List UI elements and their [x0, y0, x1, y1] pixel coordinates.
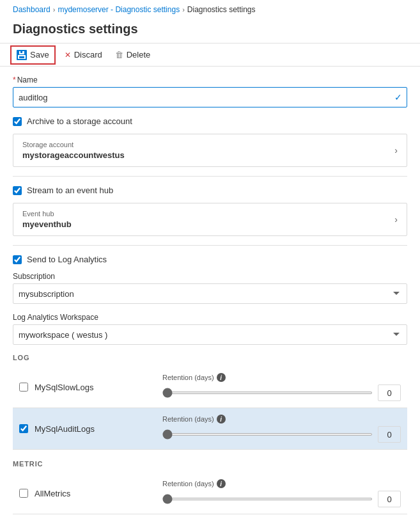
- slowlogs-checkbox[interactable]: [19, 383, 28, 392]
- trash-icon: 🗑: [115, 50, 123, 59]
- auditlogs-value-box: 0: [378, 426, 401, 443]
- breadcrumb-mydemo[interactable]: mydemoserver - Diagnostic settings: [58, 5, 180, 14]
- subscription-label: Subscription: [13, 272, 407, 281]
- discard-label: Discard: [74, 50, 102, 59]
- stream-checkbox[interactable]: [13, 186, 22, 195]
- delete-button[interactable]: 🗑 Delete: [114, 47, 152, 62]
- breadcrumb-dashboard[interactable]: Dashboard: [13, 5, 51, 14]
- slowlogs-info-icon[interactable]: i: [217, 373, 226, 382]
- slowlogs-retention-label-row: Retention (days) i: [162, 373, 401, 382]
- name-field-wrapper: ✓: [13, 87, 407, 107]
- required-star: *: [13, 75, 16, 84]
- divider-1: [13, 176, 407, 177]
- slowlogs-slider-row: 0: [162, 384, 401, 401]
- save-button[interactable]: Save: [13, 48, 53, 62]
- form-area: *Name ✓ Archive to a storage account Sto…: [0, 67, 420, 523]
- breadcrumb: Dashboard › mydemoserver - Diagnostic se…: [0, 0, 420, 19]
- input-check-icon: ✓: [394, 92, 402, 102]
- allmetrics-retention-label-row: Retention (days) i: [162, 479, 401, 488]
- log-section-header: LOG: [13, 354, 407, 361]
- name-input[interactable]: [13, 87, 407, 107]
- allmetrics-name: AllMetrics: [35, 489, 150, 498]
- storage-account-box[interactable]: Storage account mystorageaccountwestus ›: [13, 134, 407, 167]
- slowlogs-retention-label: Retention (days): [162, 374, 214, 381]
- allmetrics-slider-row: 0: [162, 491, 401, 507]
- save-icon: [17, 50, 27, 60]
- metric-row-allmetrics: AllMetrics Retention (days) i 0: [13, 473, 407, 514]
- log-row-auditlogs: MySqlAuditLogs Retention (days) i 0: [13, 408, 407, 450]
- log-analytics-checkbox[interactable]: [13, 255, 22, 264]
- auditlogs-retention-label-row: Retention (days) i: [162, 415, 401, 424]
- allmetrics-checkbox[interactable]: [19, 489, 28, 498]
- page-title: Diagnostics settings: [0, 19, 420, 43]
- breadcrumb-current: Diagnostics settings: [187, 5, 256, 14]
- auditlogs-slider-row: 0: [162, 426, 401, 443]
- slowlogs-value-box: 0: [378, 384, 401, 401]
- allmetrics-value-box: 0: [378, 491, 401, 507]
- stream-checkbox-row: Stream to an event hub: [13, 186, 407, 195]
- auditlogs-retention-label: Retention (days): [162, 415, 214, 423]
- discard-button[interactable]: ✕ Discard: [63, 47, 104, 62]
- event-hub-box[interactable]: Event hub myeventhub ›: [13, 203, 407, 236]
- slowlogs-name: MySqlSlowLogs: [35, 383, 150, 392]
- stream-label: Stream to an event hub: [27, 186, 113, 195]
- svg-rect-4: [19, 56, 24, 58]
- x-icon: ✕: [65, 51, 71, 59]
- allmetrics-retention: Retention (days) i 0: [162, 479, 401, 507]
- storage-account-info: Storage account mystorageaccountwestus: [22, 141, 125, 160]
- name-label: *Name: [13, 75, 407, 84]
- storage-account-value: mystorageaccountwestus: [22, 150, 125, 160]
- slowlogs-retention: Retention (days) i 0: [162, 373, 401, 401]
- subscription-select[interactable]: mysubscription: [13, 283, 407, 304]
- auditlogs-slider[interactable]: [162, 433, 373, 436]
- event-hub-label: Event hub: [22, 210, 72, 218]
- auditlogs-checkbox[interactable]: [19, 424, 28, 433]
- delete-label: Delete: [127, 50, 151, 59]
- svg-rect-2: [20, 51, 22, 53]
- metric-section-header: METRIC: [13, 460, 407, 468]
- slowlogs-slider[interactable]: [162, 392, 373, 394]
- archive-label: Archive to a storage account: [27, 116, 132, 126]
- workspace-select[interactable]: myworkspace ( westus ): [13, 324, 407, 345]
- toolbar: Save ✕ Discard 🗑 Delete: [0, 43, 420, 67]
- storage-account-label: Storage account: [22, 141, 125, 148]
- subscription-row: Subscription mysubscription: [13, 272, 407, 304]
- auditlogs-retention: Retention (days) i 0: [162, 415, 401, 443]
- event-hub-chevron-icon: ›: [394, 214, 398, 225]
- event-hub-value: myeventhub: [22, 219, 72, 229]
- workspace-label: Log Analytics Workspace: [13, 313, 407, 322]
- archive-checkbox[interactable]: [13, 117, 22, 126]
- divider-2: [13, 245, 407, 246]
- workspace-row: Log Analytics Workspace myworkspace ( we…: [13, 313, 407, 345]
- auditlogs-name: MySqlAuditLogs: [35, 424, 150, 434]
- allmetrics-retention-label: Retention (days): [162, 480, 214, 487]
- save-label: Save: [30, 50, 49, 59]
- chevron-right-icon: ›: [394, 145, 398, 155]
- allmetrics-info-icon[interactable]: i: [217, 479, 226, 488]
- breadcrumb-sep-1: ›: [53, 6, 56, 13]
- breadcrumb-sep-2: ›: [182, 6, 185, 13]
- event-hub-info: Event hub myeventhub: [22, 210, 72, 229]
- log-analytics-checkbox-row: Send to Log Analytics: [13, 255, 407, 264]
- log-analytics-label: Send to Log Analytics: [27, 255, 107, 264]
- auditlogs-info-icon[interactable]: i: [217, 415, 226, 424]
- archive-checkbox-row: Archive to a storage account: [13, 116, 407, 126]
- log-row-slowlogs: MySqlSlowLogs Retention (days) i 0: [13, 367, 407, 408]
- allmetrics-slider[interactable]: [162, 498, 373, 500]
